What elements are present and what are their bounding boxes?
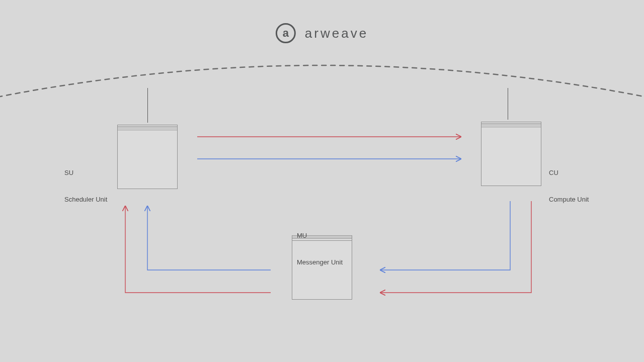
su-label: SU Scheduler Unit bbox=[64, 151, 107, 221]
mu-label: MU Messenger Unit bbox=[297, 214, 343, 284]
logo-wordmark: arweave bbox=[305, 26, 368, 41]
logo-mark-letter: a bbox=[283, 27, 289, 40]
cu-code: CU bbox=[549, 168, 589, 177]
cu-arc-connector bbox=[508, 88, 508, 120]
cu-stack-icon bbox=[481, 122, 541, 186]
arrow-cu-mu-blue bbox=[380, 201, 510, 270]
cu-name: Compute Unit bbox=[549, 195, 589, 204]
node-compute-unit bbox=[481, 122, 541, 186]
mu-name: Messenger Unit bbox=[297, 258, 343, 267]
brand-logo: a arweave bbox=[276, 23, 368, 43]
diagram-canvas: a arweave SU Scheduler Unit CU Compute U… bbox=[0, 0, 644, 362]
arrow-mu-su-blue bbox=[147, 206, 271, 270]
cu-label: CU Compute Unit bbox=[549, 151, 589, 221]
arrow-mu-su-red bbox=[125, 206, 271, 293]
su-code: SU bbox=[64, 168, 107, 177]
mu-code: MU bbox=[297, 231, 343, 240]
su-name: Scheduler Unit bbox=[64, 195, 107, 204]
logo-circle-icon: a bbox=[276, 23, 296, 43]
node-scheduler-unit bbox=[117, 125, 178, 189]
su-stack-icon bbox=[117, 125, 178, 189]
boundary-arc bbox=[0, 0, 644, 151]
su-arc-connector bbox=[147, 88, 148, 123]
arrow-cu-mu-red bbox=[380, 201, 531, 293]
